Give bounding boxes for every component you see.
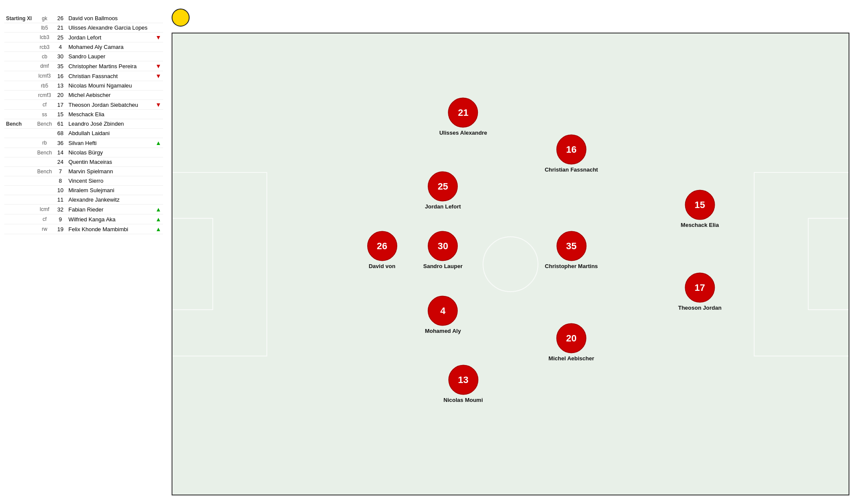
section-label (4, 61, 35, 71)
section-label (4, 195, 35, 205)
number-cell: 61 (54, 119, 67, 129)
name-cell: Christopher Martins Pereira (66, 61, 154, 71)
player-circle: 20 (556, 323, 586, 353)
player-name: Theoson Jordan (678, 305, 722, 311)
center-circle (483, 236, 538, 292)
position-cell (35, 186, 54, 195)
pitch-container: 21 Ulisses Alexandre 16 Christian Fassna… (172, 33, 849, 495)
number-cell: 8 (54, 176, 67, 186)
name-cell: Quentin Maceiras (66, 157, 154, 167)
right-small-box (808, 218, 849, 310)
sub-icon-cell (154, 157, 163, 167)
number-cell: 20 (54, 91, 67, 100)
pitch-player-p30: 30 Sandro Lauper (423, 231, 463, 269)
player-name: Ulisses Alexandre (439, 129, 487, 136)
team-badge (172, 9, 190, 27)
player-name: Jordan Lefort (425, 203, 461, 209)
position-cell: lcmf3 (35, 71, 54, 81)
number-cell: 24 (54, 157, 67, 167)
name-cell: Leandro José Zbinden (66, 119, 154, 129)
section-label (4, 129, 35, 138)
section-label (4, 148, 35, 157)
number-cell: 14 (54, 148, 67, 157)
section-label (4, 91, 35, 100)
number-cell: 25 (54, 33, 67, 42)
number-cell: 32 (54, 205, 67, 214)
number-cell: 10 (54, 186, 67, 195)
pitch-player-p20: 20 Michel Aebischer (549, 323, 594, 362)
pitch-player-p4: 4 Mohamed Aly (425, 296, 461, 334)
sub-icon-cell: ▼ (154, 61, 163, 71)
name-cell: Nicolas Moumi Ngamaleu (66, 81, 154, 91)
section-label (4, 81, 35, 91)
sub-icon-cell (154, 14, 163, 23)
position-cell: lcmf (35, 205, 54, 214)
name-cell: Alexandre Jankewitz (66, 195, 154, 205)
position-cell: rb (35, 138, 54, 148)
lineup-table: Starting XI gk 26 David von Ballmoos lb5… (4, 14, 163, 234)
pitch-player-p25: 25 Jordan Lefort (425, 171, 461, 209)
section-label (4, 186, 35, 195)
pitch-player-p26: 26 David von (367, 231, 397, 269)
section-label (4, 205, 35, 214)
section-label (4, 176, 35, 186)
player-name: Meschack Elia (681, 221, 719, 228)
player-circle: 25 (428, 171, 458, 201)
number-cell: 30 (54, 52, 67, 61)
section-label: Starting XI (4, 14, 35, 23)
player-name: Nicolas Moumi (444, 397, 483, 403)
pitch-player-p15: 15 Meschack Elia (681, 190, 719, 228)
number-cell: 35 (54, 61, 67, 71)
section-label (4, 224, 35, 234)
name-cell: Nicolas Bürgy (66, 148, 154, 157)
position-cell: rb5 (35, 81, 54, 91)
player-circle: 21 (448, 97, 478, 127)
section-label (4, 100, 35, 110)
sub-icon-cell (154, 42, 163, 52)
sub-icon-cell (154, 176, 163, 186)
name-cell: Felix Khonde Mambimbi (66, 224, 154, 234)
position-cell: ss (35, 110, 54, 119)
number-cell: 9 (54, 214, 67, 224)
position-cell (35, 157, 54, 167)
number-cell: 7 (54, 167, 67, 176)
sub-icon-cell (154, 186, 163, 195)
position-cell (35, 129, 54, 138)
sub-icon-cell: ▲ (154, 214, 163, 224)
sub-icon-cell (154, 167, 163, 176)
sub-icon-cell: ▲ (154, 138, 163, 148)
sub-icon-cell (154, 195, 163, 205)
lineup-panel: Starting XI gk 26 David von Ballmoos lb5… (0, 0, 167, 504)
name-cell: Marvin Spielmann (66, 167, 154, 176)
name-cell: Miralem Sulejmani (66, 186, 154, 195)
section-label (4, 167, 35, 176)
number-cell: 11 (54, 195, 67, 205)
name-cell: Abdullah Laidani (66, 129, 154, 138)
position-cell: Bench (35, 167, 54, 176)
sub-icon-cell (154, 52, 163, 61)
sub-icon-cell (154, 91, 163, 100)
position-cell: rw (35, 224, 54, 234)
number-cell: 21 (54, 23, 67, 33)
position-cell: gk (35, 14, 54, 23)
number-cell: 26 (54, 14, 67, 23)
name-cell: Meschack Elia (66, 110, 154, 119)
position-cell: cf (35, 100, 54, 110)
sub-icon-cell (154, 148, 163, 157)
player-name: Sandro Lauper (423, 263, 463, 269)
name-cell: Jordan Lefort (66, 33, 154, 42)
pitch-player-p21: 21 Ulisses Alexandre (439, 97, 487, 136)
number-cell: 17 (54, 100, 67, 110)
player-name: Christian Fassnacht (545, 166, 598, 172)
position-cell (35, 195, 54, 205)
player-circle: 4 (428, 296, 458, 326)
player-circle: 26 (367, 231, 397, 261)
sub-icon-cell: ▲ (154, 224, 163, 234)
pitch-player-p16: 16 Christian Fassnacht (545, 134, 598, 172)
name-cell: Wilfried Kanga Aka (66, 214, 154, 224)
sub-icon-cell (154, 81, 163, 91)
player-circle: 30 (428, 231, 458, 261)
section-label (4, 214, 35, 224)
number-cell: 13 (54, 81, 67, 91)
sub-icon-cell (154, 119, 163, 129)
